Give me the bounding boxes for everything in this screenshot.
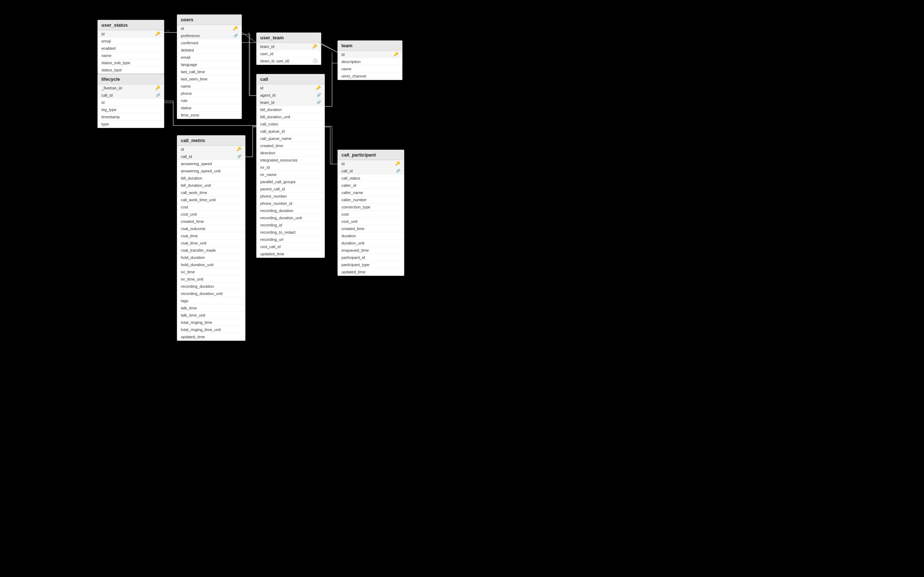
field-talk-time-unit: talk_time_unit	[177, 311, 245, 319]
field-participant-type: participant_type	[338, 261, 404, 268]
field-duration-unit: duration_unit	[338, 239, 404, 247]
field-answering-speed: answering_speed	[177, 160, 245, 167]
field-call-id: call_id 🔗	[338, 167, 404, 174]
field-recording-to-redact: recording_to_redact	[257, 229, 325, 236]
field-total-ringing-time: total_ringing_time	[177, 319, 245, 326]
field-caller-name: caller_name	[338, 189, 404, 196]
users-table: users id 🔑 preference 🔗 confirmed delete…	[177, 15, 242, 119]
field-status-sub-type: status_sub_type	[98, 59, 164, 66]
info-icon: ℹ	[313, 59, 317, 63]
pk-icon: 🔑	[316, 85, 321, 90]
field-call-work-time-unit: call_work_time_unit	[177, 196, 245, 203]
field-created-time: created_time	[257, 142, 325, 149]
field-cost: cost	[177, 203, 245, 211]
field-language: language	[177, 61, 241, 68]
field-bill-duration-unit: bill_duration_unit	[177, 182, 245, 189]
field-recording-duration-unit: recording_duration_unit	[177, 290, 245, 297]
field-talk-time: talk_time	[177, 305, 245, 311]
field-leg-type: leg_type	[98, 106, 164, 113]
pk-icon: 🔑	[236, 147, 241, 152]
fk-icon: 🔗	[317, 93, 321, 97]
field-status-type: status_type	[98, 66, 164, 74]
pk-icon: 🔑	[393, 52, 399, 56]
field-enqueued-time: enqueued_time	[338, 247, 404, 254]
svg-text:—: —	[166, 29, 170, 32]
field-recording-duration: recording_duration	[257, 207, 325, 214]
field-name: name	[98, 52, 164, 59]
field-csat-time: csat_time	[177, 232, 245, 239]
field-id: id	[98, 99, 164, 106]
field-cost: cost	[338, 211, 404, 218]
field-updated-time: updated_time	[177, 333, 245, 340]
field-id: id 🔑	[98, 30, 164, 37]
field-bill-duration: bill_duration	[177, 174, 245, 182]
field-team-id: team_id 🔗	[257, 99, 325, 106]
field-tags: tags	[177, 297, 245, 305]
field-call-work-time: call_work_time	[177, 189, 245, 196]
pk-icon: 🔑	[233, 26, 238, 31]
call-metric-table: call_metric id 🔑 call_id 🔗 answering_spe…	[177, 135, 246, 341]
call-participant-table: call_participant id 🔑 call_id 🔗 call_sta…	[338, 150, 404, 276]
svg-line-8	[320, 43, 338, 52]
field-ivr-name: ivr_name	[257, 171, 325, 178]
field-hold-duration: hold_duration	[177, 254, 245, 261]
field-call-status: call_status	[338, 174, 404, 182]
field-name: name	[338, 65, 402, 73]
field-call-notes: call_notes	[257, 121, 325, 128]
field-csat-transfer-made: csat_transfer_made	[177, 247, 245, 254]
field-confirmed: confirmed	[177, 39, 241, 47]
field-csat-time-unit: csat_time_unit	[177, 239, 245, 247]
field-type: type	[98, 121, 164, 128]
field-parent-call-id: parent_call_id	[257, 185, 325, 193]
field-phone-number: phone_number	[257, 193, 325, 200]
call-participant-header: call_participant	[338, 150, 404, 160]
user-team-table: user_team team_id 🔑 user_id (team_id, us…	[256, 32, 321, 65]
field-total-ringing-time-unit: total_ringing_time_unit	[177, 326, 245, 333]
field-connection-type: connection_type	[338, 203, 404, 211]
call-metric-header: call_metric	[177, 135, 245, 146]
field-id: id 🔑	[338, 160, 404, 167]
field-recording-duration-unit: recording_duration_unit	[257, 214, 325, 221]
field-duration: duration	[338, 232, 404, 239]
field-created-time: created_time	[177, 218, 245, 225]
field-ivr-time: ivr_time	[177, 268, 245, 276]
fk-icon: 🔗	[237, 154, 241, 158]
field-description: description	[338, 58, 402, 65]
field-caller-id: caller_id	[338, 182, 404, 189]
call-table: call id 🔑 agent_id 🔗 team_id 🔗 bill_dura…	[256, 74, 325, 258]
field-csat-outcome: csat_outcome	[177, 225, 245, 232]
field-caller-number: caller_number	[338, 196, 404, 203]
svg-line-1	[242, 32, 256, 43]
field-id: id 🔑	[338, 51, 402, 58]
field-id: id 🔑	[177, 25, 241, 32]
team-header: team	[338, 41, 402, 51]
field-hold-duration-unit: hold_duration_unit	[177, 261, 245, 268]
diagram-canvas: user_status id 🔑 emoji enabled name stat…	[0, 0, 924, 577]
field-status: status	[177, 104, 241, 111]
team-table: team id 🔑 description name omni_channel	[338, 40, 402, 80]
field-call-id: call_id 🔗	[177, 153, 245, 160]
field-emoji: emoji	[98, 37, 164, 45]
field-recording-id: recording_id	[257, 221, 325, 229]
field-agent-id: agent_id 🔗	[257, 92, 325, 99]
field-id: id 🔑	[177, 146, 245, 153]
field-participant-id: participant_id	[338, 254, 404, 261]
field-preference: preference 🔗	[177, 32, 241, 39]
fk-icon: 🔗	[317, 100, 321, 104]
field-updated-time: updated_time	[257, 250, 325, 258]
field-recording-url: recording_url	[257, 236, 325, 243]
field-phone-number-id: phone_number_id	[257, 200, 325, 207]
field-cost-unit: cost_unit	[177, 211, 245, 218]
field-answering-speed-unit: answering_speed_unit	[177, 167, 245, 174]
field-timestamp: timestamp	[98, 113, 164, 121]
pk-icon: 🔑	[155, 31, 160, 36]
field-user-id: user_id	[257, 50, 321, 57]
field-root-call-id: root_call_id	[257, 243, 325, 250]
field-team-id: team_id 🔑	[257, 43, 321, 50]
lifecycle-header: lifecycle	[98, 74, 164, 84]
field-parallel-call-groups: parallel_call_groups	[257, 178, 325, 185]
fk-icon: 🔗	[396, 169, 400, 173]
fk-icon: 🔗	[156, 93, 160, 97]
fk-icon: 🔗	[234, 34, 238, 37]
field-email: email	[177, 54, 241, 61]
